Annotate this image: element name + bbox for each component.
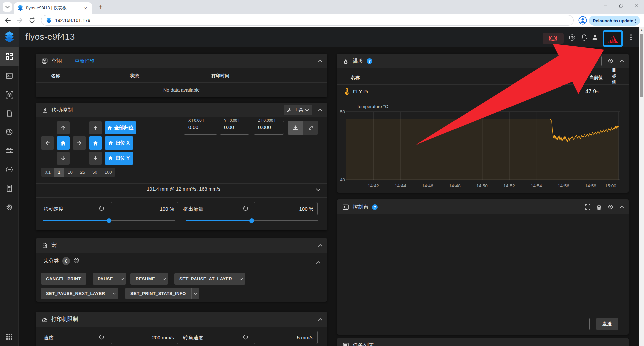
new-tab-button[interactable]: + [96, 2, 105, 12]
kebab-menu-icon[interactable] [626, 32, 636, 42]
scv-reset-icon[interactable] [243, 335, 249, 341]
sidebar-item-gcode-viewer[interactable] [0, 85, 19, 104]
sidebar-item-machine[interactable] [0, 179, 19, 198]
page-scrollbar-thumb[interactable] [640, 34, 643, 97]
home-y-button[interactable]: 归位 Y [105, 152, 133, 165]
z-position-field[interactable]: Z [ 0.000 ] 0.000 [254, 121, 284, 135]
move-y-minus-button[interactable] [57, 152, 70, 165]
help-icon[interactable] [367, 58, 372, 64]
sidebar-item-console[interactable] [0, 66, 19, 85]
macro-caret-icon[interactable] [110, 288, 118, 299]
temp-col-target: 目标值 [611, 68, 617, 85]
speed-factor-field[interactable]: 100 % [111, 202, 178, 215]
group-collapse-icon[interactable] [316, 259, 320, 265]
sidebar-item-dashboard[interactable] [0, 47, 19, 66]
move-x-minus-button[interactable] [41, 136, 54, 150]
flow-factor-field[interactable]: 100 % [254, 202, 318, 215]
move-y-plus-button[interactable] [57, 121, 70, 134]
x-position-field[interactable]: X [ 0.00 ] 0.00 [184, 121, 217, 135]
probe-mode-button[interactable] [288, 121, 303, 135]
window-minimize-button[interactable] [598, 0, 613, 11]
temp-settings-icon[interactable] [608, 58, 613, 64]
speed-slider-thumb[interactable] [107, 218, 111, 223]
console-input[interactable] [343, 318, 590, 330]
move-z-plus-button[interactable] [89, 121, 102, 134]
macro-settings-icon[interactable] [74, 257, 79, 265]
relaunch-button[interactable]: Relaunch to update [589, 16, 640, 26]
step-size-selector[interactable]: 0.1 1 10 25 50 100 [41, 168, 115, 177]
step-0.1[interactable]: 0.1 [41, 168, 54, 177]
send-button[interactable]: 发送 [596, 318, 618, 330]
app-logo[interactable] [0, 27, 19, 47]
browser-menu-icon[interactable] [635, 19, 636, 23]
tab-search-button[interactable] [3, 2, 12, 12]
user-account-icon[interactable] [590, 32, 600, 42]
console-settings-icon[interactable] [608, 204, 613, 210]
scv-field[interactable]: 5 mm/s [254, 331, 318, 344]
collapse-icon[interactable] [620, 60, 624, 62]
sidebar-item-tune[interactable] [0, 141, 19, 160]
flow-slider[interactable] [186, 220, 318, 221]
macro-caret-icon[interactable] [118, 273, 126, 285]
collapse-icon[interactable] [318, 60, 322, 62]
macro-caret-icon[interactable] [160, 273, 168, 285]
step-50[interactable]: 50 [89, 168, 101, 177]
macro-pause[interactable]: PAUSE [93, 273, 126, 285]
fly-logo-button-highlighted[interactable] [603, 30, 623, 47]
url-bar[interactable]: 192.168.101.179 [41, 15, 574, 26]
back-button[interactable] [3, 16, 12, 25]
reload-button[interactable] [28, 16, 36, 25]
macro-caret-icon[interactable] [237, 273, 245, 285]
summary-expand-icon[interactable] [316, 186, 320, 192]
browser-profile-icon[interactable] [578, 16, 587, 25]
sidebar-item-settings[interactable] [0, 198, 19, 217]
y-position-field[interactable]: Y [ 0.00 ] 0.00 [220, 121, 249, 135]
sidebar-item-history[interactable] [0, 123, 19, 141]
help-icon[interactable] [372, 204, 378, 210]
tools-dropdown-button[interactable]: 工具 [284, 105, 312, 115]
sidebar-item-files[interactable] [0, 104, 19, 123]
macro-set-pause-at-layer[interactable]: SET_PAUSE_AT_LAYER [174, 273, 245, 285]
home-xy-button[interactable] [57, 136, 70, 150]
presets-button[interactable] [585, 56, 602, 66]
flow-reset-icon[interactable] [243, 206, 249, 212]
collapse-icon[interactable] [318, 318, 322, 321]
home-z-button[interactable] [89, 136, 102, 150]
macro-set-print-stats-info[interactable]: SET_PRINT_STATS_INFO [125, 288, 199, 299]
sidebar-item-apps[interactable] [0, 327, 19, 346]
emergency-stop-button[interactable] [543, 33, 564, 44]
window-close-button[interactable] [629, 0, 644, 11]
macro-cancel-print[interactable]: CANCEL_PRINT [41, 273, 86, 285]
browser-tab[interactable]: flyos-e9f413 | 仪表板 × [14, 2, 92, 14]
flow-slider-thumb[interactable] [249, 218, 254, 223]
sidebar-item-config[interactable] [0, 160, 19, 179]
scrollbar-up-arrow[interactable]: ▲ [640, 28, 643, 32]
fullscreen-icon[interactable] [585, 204, 590, 210]
window-restore-button[interactable] [613, 0, 629, 11]
macro-set-pause-next-layer[interactable]: SET_PAUSE_NEXT_LAYER [41, 288, 118, 299]
step-10[interactable]: 10 [64, 168, 76, 177]
step-100[interactable]: 100 [101, 168, 116, 177]
trash-icon[interactable] [596, 204, 602, 210]
notifications-bell-icon[interactable] [579, 32, 589, 42]
home-all-button[interactable]: 全部归位 [105, 121, 136, 134]
forward-button[interactable] [15, 16, 24, 25]
reprint-link[interactable]: 重新打印 [75, 58, 94, 64]
speed-reset-icon[interactable] [99, 206, 105, 212]
collapse-icon[interactable] [318, 109, 322, 111]
tab-close-icon[interactable]: × [83, 5, 89, 11]
collapse-icon[interactable] [318, 244, 322, 247]
move-x-plus-button[interactable] [73, 136, 86, 150]
diagonal-move-button[interactable] [303, 121, 318, 135]
macro-caret-icon[interactable] [191, 288, 199, 299]
step-1-active[interactable]: 1 [54, 168, 64, 177]
velocity-field[interactable]: 200 mm/s [111, 331, 178, 344]
macro-resume[interactable]: RESUME [130, 273, 168, 285]
collapse-icon[interactable] [620, 206, 624, 208]
velocity-reset-icon[interactable] [99, 335, 105, 341]
step-25[interactable]: 25 [76, 168, 89, 177]
speed-slider[interactable] [43, 220, 175, 221]
update-status-icon[interactable] [567, 32, 577, 42]
home-x-button[interactable]: 归位 X [105, 136, 133, 150]
move-z-minus-button[interactable] [89, 152, 102, 165]
